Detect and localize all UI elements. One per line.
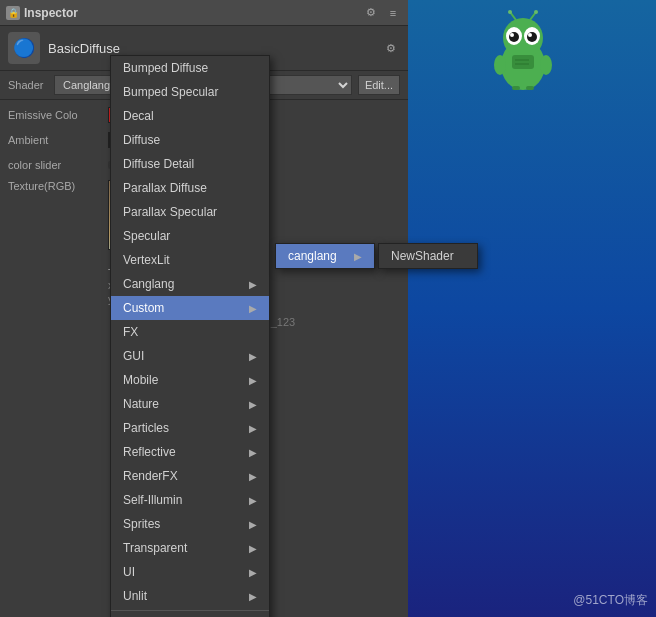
character-mascot [488, 10, 558, 90]
inspector-title: Inspector [24, 6, 78, 20]
menu-icon[interactable]: ≡ [384, 4, 402, 22]
unlit-submenu-arrow: ▶ [249, 591, 257, 602]
reflective-submenu-arrow: ▶ [249, 447, 257, 458]
color-slider-label: color slider [8, 159, 108, 171]
shader-label: Shader [8, 79, 48, 91]
menu-item-particles[interactable]: Particles ▶ [111, 416, 269, 440]
svg-point-4 [509, 32, 519, 42]
svg-point-16 [540, 55, 552, 75]
menu-item-decal[interactable]: Decal [111, 104, 269, 128]
menu-item-fx[interactable]: FX [111, 320, 269, 344]
self-illumin-submenu-arrow: ▶ [249, 495, 257, 506]
menu-item-custom[interactable]: Custom ▶ [111, 296, 269, 320]
svg-rect-18 [526, 86, 534, 90]
svg-rect-8 [512, 55, 534, 69]
particles-submenu-arrow: ▶ [249, 423, 257, 434]
object-icon: 🔵 [8, 32, 40, 64]
menu-item-diffuse-detail[interactable]: Diffuse Detail [111, 152, 269, 176]
inspector-titlebar: 🔒 Inspector ⚙ ≡ [0, 0, 408, 26]
custom-submenu: canglang ▶ [275, 243, 375, 269]
lock-icon[interactable]: 🔒 [6, 6, 20, 20]
svg-point-15 [494, 55, 506, 75]
menu-item-reflective[interactable]: Reflective ▶ [111, 440, 269, 464]
nature-submenu-arrow: ▶ [249, 399, 257, 410]
menu-item-transparent[interactable]: Transparent ▶ [111, 536, 269, 560]
ui-submenu-arrow: ▶ [249, 567, 257, 578]
menu-item-diffuse[interactable]: Diffuse [111, 128, 269, 152]
inspector-toolbar-icons: ⚙ ≡ [362, 4, 402, 22]
menu-item-self-illumin[interactable]: Self-Illumin ▶ [111, 488, 269, 512]
menu-item-nature[interactable]: Nature ▶ [111, 392, 269, 416]
svg-point-14 [534, 10, 538, 14]
menu-separator [111, 610, 269, 611]
menu-item-sprites[interactable]: Sprites ▶ [111, 512, 269, 536]
gui-submenu-arrow: ▶ [249, 351, 257, 362]
svg-point-5 [527, 32, 537, 42]
transparent-submenu-arrow: ▶ [249, 543, 257, 554]
menu-item-gui[interactable]: GUI ▶ [111, 344, 269, 368]
menu-item-mobile[interactable]: Mobile ▶ [111, 368, 269, 392]
ambient-label: Ambient [8, 134, 108, 146]
menu-item-renderfx[interactable]: RenderFX ▶ [111, 464, 269, 488]
canglang-nested-arrow: ▶ [354, 251, 362, 262]
menu-item-bumped-specular[interactable]: Bumped Specular [111, 80, 269, 104]
emissive-label: Emissive Colo [8, 109, 108, 121]
svg-point-12 [508, 10, 512, 14]
menu-item-canglang[interactable]: Canglang ▶ [111, 272, 269, 296]
menu-item-specular[interactable]: Specular [111, 224, 269, 248]
menu-item-ui[interactable]: UI ▶ [111, 560, 269, 584]
newshader-submenu: NewShader [378, 243, 478, 269]
menu-item-legacy-shaders[interactable]: Legacy Shaders ▶ [111, 613, 269, 617]
right-panel: @51CTO博客 [408, 0, 656, 617]
svg-point-6 [510, 33, 514, 37]
settings-icon[interactable]: ⚙ [362, 4, 380, 22]
menu-item-parallax-specular[interactable]: Parallax Specular [111, 200, 269, 224]
menu-item-vertexlit[interactable]: VertexLit [111, 248, 269, 272]
mobile-submenu-arrow: ▶ [249, 375, 257, 386]
custom-submenu-item-canglang[interactable]: canglang ▶ [276, 244, 374, 268]
object-settings-icon[interactable]: ⚙ [382, 39, 400, 57]
menu-item-parallax-diffuse[interactable]: Parallax Diffuse [111, 176, 269, 200]
edit-button[interactable]: Edit... [358, 75, 400, 95]
menu-item-bumped-diffuse[interactable]: Bumped Diffuse [111, 56, 269, 80]
custom-submenu-arrow: ▶ [249, 303, 257, 314]
menu-item-unlit[interactable]: Unlit ▶ [111, 584, 269, 608]
texture-label: Texture(RGB) [8, 180, 108, 192]
svg-point-7 [528, 33, 532, 37]
sprites-submenu-arrow: ▶ [249, 519, 257, 530]
bottom-watermark-text: @51CTO博客 [573, 592, 648, 609]
object-name: BasicDiffuse [48, 41, 120, 56]
renderfx-submenu-arrow: ▶ [249, 471, 257, 482]
shader-dropdown-menu: Bumped Diffuse Bumped Specular Decal Dif… [110, 55, 270, 617]
newshader-item[interactable]: NewShader [379, 244, 477, 268]
canglang-submenu-arrow: ▶ [249, 279, 257, 290]
svg-rect-17 [512, 86, 520, 90]
